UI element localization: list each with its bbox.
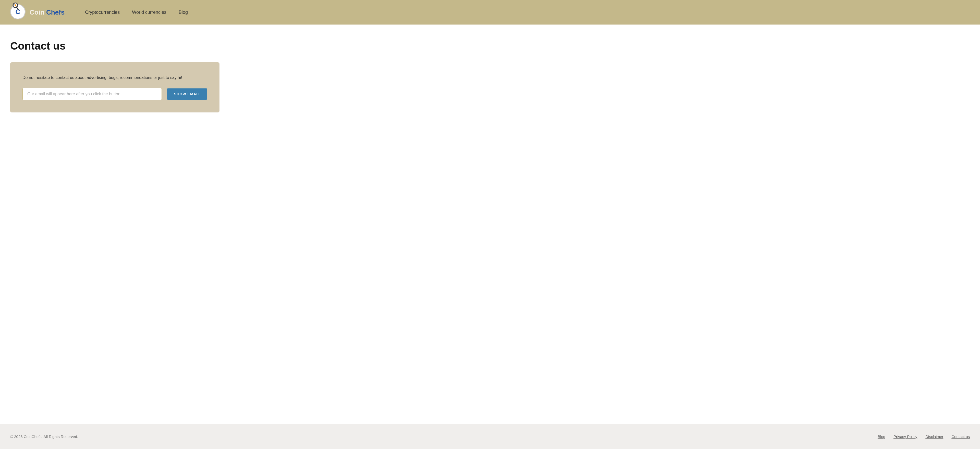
brand-name: Coin Chefs [32,8,81,19]
footer-link-contact[interactable]: Contact us [947,434,967,439]
show-email-button[interactable]: SHOW EMAIL [159,107,204,120]
nav-blog[interactable]: Blog [216,11,228,17]
footer-link-blog[interactable]: Blog [868,434,877,439]
email-row: SHOW EMAIL [25,106,204,120]
contact-description: Do not hesitate to contact us about adve… [25,84,204,98]
main-content: Contact us Do not hesitate to contact us… [0,27,980,423]
footer-link-privacy[interactable]: Privacy Policy [884,434,911,439]
nav-world-currencies[interactable]: World currencies [161,11,204,17]
logo-link[interactable]: 🍳 C Coin Chefs [10,5,81,23]
footer-copyright: © 2023 CoinChefs. All Rights Reserved. [13,434,90,439]
page-title: Contact us [13,43,967,58]
site-header: 🍳 C Coin Chefs Cryptocurrencies World cu… [0,0,980,27]
main-nav: Cryptocurrencies World currencies Blog [106,11,228,17]
contact-card: Do not hesitate to contact us about adve… [13,71,217,136]
logo-icon-wrap: 🍳 C [10,5,29,23]
nav-cryptocurrencies[interactable]: Cryptocurrencies [106,11,148,17]
footer-link-disclaimer[interactable]: Disclaimer [918,434,939,439]
brand-name-part2: Chefs [55,8,81,19]
chef-hat-icon: 🍳 [9,3,19,13]
brand-name-part1: Coin [32,8,52,19]
site-footer: © 2023 CoinChefs. All Rights Reserved. B… [0,423,980,449]
email-display-input[interactable] [25,106,154,120]
footer-links: Blog Privacy Policy Disclaimer Contact u… [868,434,967,439]
